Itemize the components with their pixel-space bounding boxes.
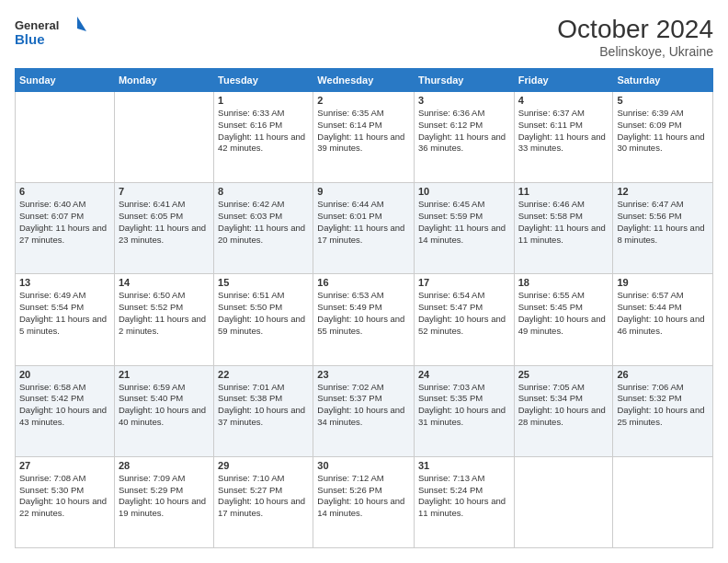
day-number: 20 — [19, 369, 110, 380]
cell-2-1: 14 Sunrise: 6:50 AM Sunset: 5:52 PM Dayl… — [114, 274, 213, 365]
cell-0-4: 3 Sunrise: 6:36 AM Sunset: 6:12 PM Dayli… — [414, 92, 514, 183]
daylight-text: Daylight: 11 hours and 5 minutes. — [19, 314, 107, 336]
day-info: Sunrise: 6:44 AM Sunset: 6:01 PM Dayligh… — [317, 199, 410, 246]
svg-text:Blue: Blue — [15, 31, 45, 47]
cell-0-0 — [16, 92, 115, 183]
day-info: Sunrise: 7:01 AM Sunset: 5:38 PM Dayligh… — [218, 382, 309, 429]
page: General Blue October 2024 Belinskoye, Uk… — [0, 0, 728, 563]
day-number: 10 — [418, 186, 510, 197]
day-info: Sunrise: 6:55 AM Sunset: 5:45 PM Dayligh… — [518, 290, 609, 337]
sunrise-text: Sunrise: 6:51 AM — [218, 290, 284, 300]
sunset-text: Sunset: 5:24 PM — [418, 485, 483, 495]
daylight-text: Daylight: 11 hours and 20 minutes. — [218, 223, 305, 245]
cell-1-1: 7 Sunrise: 6:41 AM Sunset: 6:05 PM Dayli… — [114, 183, 213, 274]
col-sunday: Sunday — [16, 69, 115, 92]
sunset-text: Sunset: 5:47 PM — [418, 302, 483, 312]
sunset-text: Sunset: 5:58 PM — [518, 211, 583, 221]
day-number: 15 — [218, 277, 309, 288]
daylight-text: Daylight: 10 hours and 34 minutes. — [317, 405, 404, 427]
day-info: Sunrise: 7:02 AM Sunset: 5:37 PM Dayligh… — [317, 382, 410, 429]
cell-1-5: 11 Sunrise: 6:46 AM Sunset: 5:58 PM Dayl… — [514, 183, 613, 274]
sunset-text: Sunset: 5:56 PM — [617, 211, 681, 221]
sunrise-text: Sunrise: 7:01 AM — [218, 382, 284, 392]
sunrise-text: Sunrise: 6:39 AM — [617, 108, 683, 118]
cell-0-6: 5 Sunrise: 6:39 AM Sunset: 6:09 PM Dayli… — [613, 92, 713, 183]
cell-1-3: 9 Sunrise: 6:44 AM Sunset: 6:01 PM Dayli… — [313, 183, 415, 274]
day-number: 28 — [119, 460, 210, 471]
day-number: 31 — [418, 460, 510, 471]
day-number: 26 — [617, 369, 709, 380]
sunrise-text: Sunrise: 6:35 AM — [317, 108, 383, 118]
daylight-text: Daylight: 10 hours and 46 minutes. — [617, 314, 704, 336]
sunset-text: Sunset: 5:45 PM — [518, 302, 583, 312]
daylight-text: Daylight: 10 hours and 28 minutes. — [518, 405, 606, 427]
day-number: 18 — [518, 277, 609, 288]
cell-2-6: 19 Sunrise: 6:57 AM Sunset: 5:44 PM Dayl… — [613, 274, 713, 365]
day-info: Sunrise: 6:57 AM Sunset: 5:44 PM Dayligh… — [617, 290, 709, 337]
calendar-table: Sunday Monday Tuesday Wednesday Thursday… — [15, 68, 713, 548]
day-number: 16 — [317, 277, 410, 288]
sunset-text: Sunset: 5:30 PM — [19, 485, 84, 495]
sunset-text: Sunset: 5:59 PM — [418, 211, 483, 221]
cell-3-4: 24 Sunrise: 7:03 AM Sunset: 5:35 PM Dayl… — [414, 365, 514, 456]
sunrise-text: Sunrise: 6:37 AM — [518, 108, 585, 118]
day-info: Sunrise: 6:40 AM Sunset: 6:07 PM Dayligh… — [19, 199, 110, 246]
cell-3-0: 20 Sunrise: 6:58 AM Sunset: 5:42 PM Dayl… — [16, 365, 115, 456]
sunset-text: Sunset: 6:16 PM — [218, 120, 282, 130]
sunrise-text: Sunrise: 6:50 AM — [119, 290, 185, 300]
day-info: Sunrise: 6:45 AM Sunset: 5:59 PM Dayligh… — [418, 199, 510, 246]
sunrise-text: Sunrise: 6:41 AM — [119, 199, 185, 209]
sunset-text: Sunset: 5:37 PM — [317, 393, 381, 403]
day-info: Sunrise: 6:46 AM Sunset: 5:58 PM Dayligh… — [518, 199, 609, 246]
cell-1-6: 12 Sunrise: 6:47 AM Sunset: 5:56 PM Dayl… — [613, 183, 713, 274]
day-info: Sunrise: 6:33 AM Sunset: 6:16 PM Dayligh… — [218, 108, 309, 155]
sunset-text: Sunset: 5:35 PM — [418, 393, 483, 403]
month-year: October 2024 — [557, 15, 713, 44]
daylight-text: Daylight: 11 hours and 11 minutes. — [518, 223, 606, 245]
week-row-2: 13 Sunrise: 6:49 AM Sunset: 5:54 PM Dayl… — [16, 274, 713, 365]
daylight-text: Daylight: 11 hours and 14 minutes. — [418, 223, 506, 245]
daylight-text: Daylight: 10 hours and 49 minutes. — [518, 314, 606, 336]
cell-4-1: 28 Sunrise: 7:09 AM Sunset: 5:29 PM Dayl… — [114, 456, 213, 547]
day-info: Sunrise: 7:13 AM Sunset: 5:24 PM Dayligh… — [418, 473, 510, 520]
sunset-text: Sunset: 6:05 PM — [119, 211, 183, 221]
title-block: October 2024 Belinskoye, Ukraine — [557, 15, 713, 59]
day-number: 12 — [617, 186, 709, 197]
day-number: 1 — [218, 95, 309, 106]
sunrise-text: Sunrise: 7:03 AM — [418, 382, 484, 392]
day-number: 9 — [317, 186, 410, 197]
day-info: Sunrise: 6:50 AM Sunset: 5:52 PM Dayligh… — [119, 290, 210, 337]
cell-3-3: 23 Sunrise: 7:02 AM Sunset: 5:37 PM Dayl… — [313, 365, 415, 456]
day-number: 24 — [418, 369, 510, 380]
daylight-text: Daylight: 10 hours and 37 minutes. — [218, 405, 305, 427]
daylight-text: Daylight: 11 hours and 30 minutes. — [617, 132, 704, 154]
cell-0-1 — [114, 92, 213, 183]
day-number: 30 — [317, 460, 410, 471]
sunset-text: Sunset: 5:27 PM — [218, 485, 282, 495]
sunrise-text: Sunrise: 7:12 AM — [317, 473, 383, 483]
sunrise-text: Sunrise: 6:45 AM — [418, 199, 484, 209]
sunrise-text: Sunrise: 7:02 AM — [317, 382, 383, 392]
day-number: 2 — [317, 95, 410, 106]
col-friday: Friday — [514, 69, 613, 92]
sunrise-text: Sunrise: 7:13 AM — [418, 473, 484, 483]
cell-2-0: 13 Sunrise: 6:49 AM Sunset: 5:54 PM Dayl… — [16, 274, 115, 365]
sunset-text: Sunset: 6:07 PM — [19, 211, 84, 221]
day-info: Sunrise: 6:41 AM Sunset: 6:05 PM Dayligh… — [119, 199, 210, 246]
day-info: Sunrise: 7:08 AM Sunset: 5:30 PM Dayligh… — [19, 473, 110, 520]
cell-1-0: 6 Sunrise: 6:40 AM Sunset: 6:07 PM Dayli… — [16, 183, 115, 274]
cell-1-4: 10 Sunrise: 6:45 AM Sunset: 5:59 PM Dayl… — [414, 183, 514, 274]
day-number: 22 — [218, 369, 309, 380]
day-number: 8 — [218, 186, 309, 197]
day-info: Sunrise: 6:49 AM Sunset: 5:54 PM Dayligh… — [19, 290, 110, 337]
sunrise-text: Sunrise: 6:44 AM — [317, 199, 383, 209]
svg-marker-2 — [77, 17, 86, 31]
col-tuesday: Tuesday — [214, 69, 313, 92]
day-info: Sunrise: 6:35 AM Sunset: 6:14 PM Dayligh… — [317, 108, 410, 155]
sunset-text: Sunset: 6:12 PM — [418, 120, 483, 130]
daylight-text: Daylight: 11 hours and 33 minutes. — [518, 132, 606, 154]
sunrise-text: Sunrise: 6:49 AM — [19, 290, 85, 300]
week-row-0: 1 Sunrise: 6:33 AM Sunset: 6:16 PM Dayli… — [16, 92, 713, 183]
col-monday: Monday — [114, 69, 213, 92]
daylight-text: Daylight: 11 hours and 23 minutes. — [119, 223, 206, 245]
